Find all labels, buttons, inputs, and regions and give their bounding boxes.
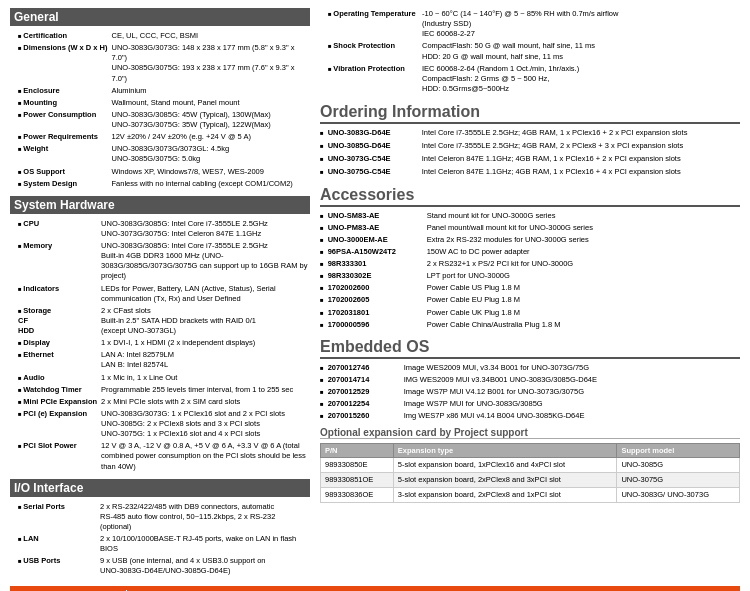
ethernet-value: LAN A: Intel 82579LMLAN B: Intel 82574L <box>99 349 310 371</box>
acc-desc: 150W AC to DC power adapter <box>427 247 530 257</box>
order-pn: UNO-3085G-D64E <box>328 141 418 151</box>
acc-pn: UNO-PM83-AE <box>328 223 423 233</box>
audio-value: 1 x Mic in, 1 x Line Out <box>99 372 310 384</box>
ordering-title: Ordering Information <box>320 103 740 124</box>
table-row: Mounting Wallmount, Stand mount, Panel m… <box>10 97 310 109</box>
list-item: 2070012746Image WES2009 MUI, v3.34 B001 … <box>320 363 740 373</box>
system-hw-title: System Hardware <box>10 196 310 214</box>
display-label: Display <box>10 337 99 349</box>
table-row: Vibration Protection IEC 60068-2-64 (Ran… <box>320 63 740 95</box>
sys-design-value: Fanless with no internal cabling (except… <box>109 178 310 190</box>
weight-label: Weight <box>10 143 109 165</box>
os-desc: Img WES7P x86 MUI v4.14 B004 UNO-3085KG-… <box>404 411 585 421</box>
col-pn: P/N <box>321 444 394 458</box>
exp-model: UNO-3085G <box>617 458 740 473</box>
power-cons-label: Power Consumption <box>10 109 109 131</box>
usb-label: USB Ports <box>10 555 98 577</box>
io-table: Serial Ports 2 x RS-232/422/485 with DB9… <box>10 501 310 578</box>
mounting-value: Wallmount, Stand mount, Panel mount <box>109 97 310 109</box>
right-column: Operating Temperature -10 ~ 60°C (14 ~ 1… <box>320 8 740 578</box>
cpu-value: UNO-3083G/3085G: Intel Core i7-3555LE 2.… <box>99 218 310 240</box>
table-row: Enclosure Aluminium <box>10 85 310 97</box>
lan-label: LAN <box>10 533 98 555</box>
col-type: Expansion type <box>393 444 617 458</box>
table-row: Power Consumption UNO-3083G/3085G: 45W (… <box>10 109 310 131</box>
cpu-label: CPU <box>10 218 99 240</box>
list-item: 2070015260Img WES7P x86 MUI v4.14 B004 U… <box>320 411 740 421</box>
acc-desc: Power Cable China/Australia Plug 1.8 M <box>427 320 561 330</box>
acc-desc: Extra 2x RS-232 modules for UNO-3000G se… <box>427 235 589 245</box>
list-item: UNO-3000EM-AEExtra 2x RS-232 modules for… <box>320 235 740 245</box>
table-row: Display 1 x DVI-I, 1 x HDMI (2 x indepen… <box>10 337 310 349</box>
display-value: 1 x DVI-I, 1 x HDMI (2 x independent dis… <box>99 337 310 349</box>
memory-value: UNO-3083G/3085G: Intel Core i7-3555LE 2.… <box>99 240 310 283</box>
memory-label: Memory <box>10 240 99 283</box>
table-row: 989330850E 5-slot expansion board, 1xPCl… <box>321 458 740 473</box>
ordering-list: UNO-3083G-D64EIntel Core i7-3555LE 2.5GH… <box>320 128 740 178</box>
os-list: 2070012746Image WES2009 MUI, v3.34 B001 … <box>320 363 740 422</box>
table-row: CPU UNO-3083G/3085G: Intel Core i7-3555L… <box>10 218 310 240</box>
table-row: PCI Slot Power 12 V @ 3 A, -12 V @ 0.8 A… <box>10 440 310 472</box>
exp-pn: 989330851OE <box>321 473 394 488</box>
list-item: 2070012529Image WS7P MUI V4.12 B001 for … <box>320 387 740 397</box>
table-row: Ethernet LAN A: Intel 82579LMLAN B: Inte… <box>10 349 310 371</box>
power-cons-value: UNO-3083G/3085G: 45W (Typical), 130W(Max… <box>109 109 310 131</box>
power-req-value: 12V ±20% / 24V ±20% (e.g. +24 V @ 5 A) <box>109 131 310 143</box>
list-item: UNO-SM83-AEStand mount kit for UNO-3000G… <box>320 211 740 221</box>
main-content: General Certification CE, UL, CCC, FCC, … <box>10 8 740 578</box>
table-row: Serial Ports 2 x RS-232/422/485 with DB9… <box>10 501 310 533</box>
general-section-title: General <box>10 8 310 26</box>
accessories-list: UNO-SM83-AEStand mount kit for UNO-3000G… <box>320 211 740 330</box>
acc-pn: 96PSA-A150W24T2 <box>328 247 423 257</box>
environment-table: Operating Temperature -10 ~ 60°C (14 ~ 1… <box>320 8 740 95</box>
table-row: Operating Temperature -10 ~ 60°C (14 ~ 1… <box>320 8 740 40</box>
page-wrapper: General Certification CE, UL, CCC, FCC, … <box>0 0 750 591</box>
table-row: Certification CE, UL, CCC, FCC, BSMI <box>10 30 310 42</box>
serial-label: Serial Ports <box>10 501 98 533</box>
weight-value: UNO-3083G/3073G/3073GL: 4.5kgUNO-3085G/3… <box>109 143 310 165</box>
list-item: 96PSA-A150W24T2150W AC to DC power adapt… <box>320 247 740 257</box>
exp-type: 5-slot expansion board, 1xPClex16 and 4x… <box>393 458 617 473</box>
table-row: Audio 1 x Mic in, 1 x Line Out <box>10 372 310 384</box>
table-row: System Design Fanless with no internal c… <box>10 178 310 190</box>
table-row: StorageCFHDD 2 x CFast slotsBuilt-in 2.5… <box>10 305 310 337</box>
watchdog-value: Programmable 255 levels timer interval, … <box>99 384 310 396</box>
table-row: OS Support Windows XP, Windows7/8, WES7,… <box>10 166 310 178</box>
order-pn: UNO-3083G-D64E <box>328 128 418 138</box>
acc-desc: Power Cable EU Plug 1.8 M <box>427 295 520 305</box>
exp-type: 5-slot expansion board, 2xPClex8 and 3xP… <box>393 473 617 488</box>
list-item: UNO-PM83-AEPanel mount/wall mount kit fo… <box>320 223 740 233</box>
acc-desc: Power Cable UK Plug 1.8 M <box>427 308 520 318</box>
order-desc: Intel Celeron 847E 1.1GHz; 4GB RAM, 1 x … <box>422 154 681 164</box>
storage-label: StorageCFHDD <box>10 305 99 337</box>
os-desc: Image WS7P MUI for UNO-3083G/3085G <box>404 399 543 409</box>
table-row: 989330836OE 3-slot expansion board, 2xPC… <box>321 487 740 502</box>
acc-desc: 2 x RS232+1 x PS/2 PCI kit for UNO-3000G <box>427 259 574 269</box>
op-temp-value: -10 ~ 60°C (14 ~ 140°F) @ 5 ~ 85% RH wit… <box>420 8 740 40</box>
os-pn: 2070012254 <box>328 399 400 409</box>
minipcie-value: 2 x Mini PCIe slots with 2 x SIM card sl… <box>99 396 310 408</box>
enclosure-label: Enclosure <box>10 85 109 97</box>
order-desc: Intel Celeron 847E 1.1GHz; 4GB RAM, 1 x … <box>422 167 681 177</box>
table-row: USB Ports 9 x USB (one internal, and 4 x… <box>10 555 310 577</box>
dim-value: UNO-3083G/3073G: 148 x 238 x 177 mm (5.8… <box>109 42 310 85</box>
footer-bar: ADVANTECH Control Cabinet PCs <box>10 586 740 592</box>
list-item: UNO-3075G-C54EIntel Celeron 847E 1.1GHz;… <box>320 167 740 177</box>
table-row: Mini PCIe Expansion 2 x Mini PCIe slots … <box>10 396 310 408</box>
list-item: 98R3333012 x RS232+1 x PS/2 PCI kit for … <box>320 259 740 269</box>
table-row: Indicators LEDs for Power, Battery, LAN … <box>10 283 310 305</box>
os-pn: 2070012529 <box>328 387 400 397</box>
os-pn: 2070014714 <box>328 375 400 385</box>
table-row: Memory UNO-3083G/3085G: Intel Core i7-35… <box>10 240 310 283</box>
list-item: 1702002605Power Cable EU Plug 1.8 M <box>320 295 740 305</box>
sys-design-label: System Design <box>10 178 109 190</box>
vibration-value: IEC 60068-2-64 (Random 1 Oct./min, 1hr/a… <box>420 63 740 95</box>
shock-label: Shock Protection <box>320 40 420 62</box>
storage-value: 2 x CFast slotsBuilt-in 2.5" SATA HDD br… <box>99 305 310 337</box>
table-row: Power Requirements 12V ±20% / 24V ±20% (… <box>10 131 310 143</box>
list-item: 2070012254Image WS7P MUI for UNO-3083G/3… <box>320 399 740 409</box>
order-pn: UNO-3075G-C54E <box>328 167 418 177</box>
pcie-label: PCI (e) Expansion <box>10 408 99 440</box>
acc-pn: UNO-3000EM-AE <box>328 235 423 245</box>
table-row: 989330851OE 5-slot expansion board, 2xPC… <box>321 473 740 488</box>
